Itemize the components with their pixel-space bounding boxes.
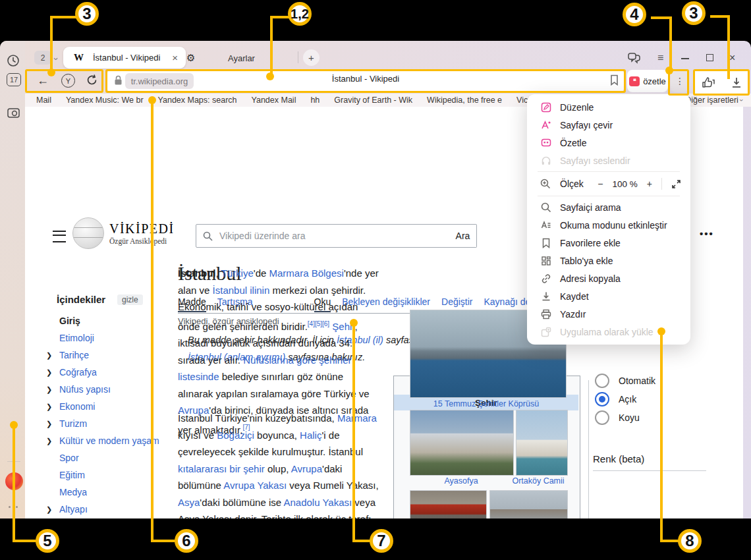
wiki-search-button[interactable]: Ara xyxy=(449,224,477,248)
callout-7: 7 xyxy=(370,529,393,553)
annotation-line xyxy=(660,540,679,542)
callout-6: 6 xyxy=(175,529,198,553)
menu-item-ozetle[interactable]: Özetle xyxy=(527,134,690,152)
toc-item[interactable]: ❯Turizm xyxy=(43,415,179,432)
bookmark-item[interactable]: Mail xyxy=(36,96,51,105)
radio-icon[interactable] xyxy=(595,374,609,388)
edit-icon xyxy=(540,101,551,113)
screenshot-icon[interactable] xyxy=(6,106,22,119)
radio-selected-icon[interactable] xyxy=(595,392,609,406)
search-placeholder: Vikipedi üzerinde ara xyxy=(219,231,306,241)
annotation-line xyxy=(270,16,289,18)
menu-item-sayfayi-seslendir: Sayfayı seslendir xyxy=(527,152,690,169)
toc-item[interactable]: Giriş xyxy=(43,312,179,329)
history-icon[interactable] xyxy=(7,54,20,67)
tab-group-counter[interactable]: 2 xyxy=(34,51,51,65)
toc-list: Giriş Etimoloji ❯Tarihçe ❯Coğrafya ❯Nüfu… xyxy=(43,312,179,518)
side-panel-dot xyxy=(16,506,18,508)
tab-close-icon[interactable]: × xyxy=(172,52,178,63)
callout-1-2: 1,2 xyxy=(288,2,312,26)
toc-item[interactable]: ❯Kültür ve modern yaşam xyxy=(43,432,179,449)
tab-degistir[interactable]: Değiştir xyxy=(441,296,472,311)
toc-item[interactable]: ❯Nüfus yapısı xyxy=(43,381,179,398)
bookmark-item[interactable]: Yandex Music: We br xyxy=(66,96,144,105)
wiki-logo-title: VİKİPEDİ xyxy=(109,221,175,237)
fullscreen-icon[interactable] xyxy=(671,179,681,189)
callout-3-top-left: 3 xyxy=(75,2,99,26)
ayasofya-photo[interactable] xyxy=(410,410,514,476)
settings-tab[interactable]: Ayarlar xyxy=(228,53,255,63)
toc-item[interactable]: ❯Ekonomi xyxy=(43,398,179,415)
bridge-caption[interactable]: 15 Temmuz Şehitler Köprüsü xyxy=(393,399,579,408)
bookmark-item[interactable]: Gravity of Earth - Wik xyxy=(334,96,412,105)
bookmark-item[interactable]: Yandex Mail xyxy=(252,96,296,105)
tram-photo[interactable] xyxy=(410,490,487,518)
ortakoy-photo[interactable] xyxy=(516,410,568,476)
menu-item-sayfayi-cevir[interactable]: Sayfayı çevir xyxy=(527,116,690,134)
tab-group-chevron-icon[interactable]: › xyxy=(55,53,57,65)
radio-acik[interactable]: Açık xyxy=(595,391,636,407)
menu-item-uygulama-olarak-yukle: Uygulama olarak yükle xyxy=(527,323,690,341)
toc-item[interactable]: Medya xyxy=(43,484,179,501)
galata-photo[interactable] xyxy=(489,490,568,518)
summarize-button[interactable]: ❝ özetle xyxy=(627,70,668,92)
annotation-line xyxy=(50,16,76,18)
browser-menu-icon[interactable]: ≡ xyxy=(657,52,663,64)
annotation-dot xyxy=(266,72,274,80)
active-tab[interactable]: W İstanbul - Vikipedi × xyxy=(63,47,186,69)
menu-item-tabloya-ekle[interactable]: Tablo'ya ekle xyxy=(527,252,690,269)
menu-item-duzenle[interactable]: Düzenle xyxy=(527,98,690,116)
annotation-dot xyxy=(10,421,18,429)
wiki-search-input[interactable]: Vikipedi üzerinde ara xyxy=(196,224,451,248)
toc-item[interactable]: ❯Altyapı xyxy=(43,501,179,518)
toc-hide-button[interactable]: gizle xyxy=(117,294,143,305)
menu-item-favorilere-ekle[interactable]: Favorilere ekle xyxy=(527,234,690,252)
callout-5: 5 xyxy=(36,529,59,553)
ortakoy-caption[interactable]: Ortaköy Camii xyxy=(497,476,579,486)
menu-item-olcek: Ölçek − 100 % + xyxy=(527,174,690,194)
wiki-hamburger-icon[interactable] xyxy=(53,231,66,242)
wikipedia-globe-logo[interactable] xyxy=(72,217,104,249)
zoom-out-button[interactable]: − xyxy=(598,179,603,189)
zoom-in-button[interactable]: + xyxy=(647,179,652,189)
bookmark-item[interactable]: Wikipedia, the free e xyxy=(427,96,502,105)
new-tab-button[interactable]: + xyxy=(303,49,320,66)
toc-item[interactable]: ❯Coğrafya xyxy=(43,364,179,381)
annotation-box-nav-buttons xyxy=(25,69,103,93)
annotation-box-side-tools xyxy=(693,69,750,96)
annotation-dot xyxy=(665,67,673,74)
radio-icon[interactable] xyxy=(595,410,609,425)
close-button[interactable]: × xyxy=(729,52,735,64)
toc-item[interactable]: ❯Tarihçe xyxy=(43,347,179,364)
callout-8: 8 xyxy=(678,529,702,553)
expand-chevron-icon: ❯ xyxy=(43,420,59,428)
expand-chevron-icon: ❯ xyxy=(43,368,59,377)
annotation-line xyxy=(13,540,37,542)
radio-koyu[interactable]: Koyu xyxy=(595,410,640,426)
menu-item-sayfaici-arama[interactable]: Sayfaiçi arama xyxy=(527,198,690,216)
expand-chevron-icon: ❯ xyxy=(43,385,59,394)
annotation-line xyxy=(13,425,15,542)
wiki-more-tools[interactable]: ••• xyxy=(700,228,714,239)
minimize-button[interactable] xyxy=(681,58,689,59)
expand-chevron-icon: ❯ xyxy=(43,403,59,411)
annotation-line xyxy=(352,323,355,542)
tabs-counter-badge[interactable]: 17 xyxy=(7,73,21,86)
find-in-page-icon xyxy=(540,202,551,213)
callout-4: 4 xyxy=(623,3,646,26)
bookmark-item[interactable]: hh xyxy=(310,96,320,105)
toc-item[interactable]: Etimoloji xyxy=(43,329,179,347)
settings-gear-icon[interactable]: ⚙ xyxy=(186,52,195,64)
toc-item[interactable]: Eğitim xyxy=(43,466,179,484)
bookmark-item[interactable]: Yandex Maps: search xyxy=(158,96,237,105)
toc-title: İçindekiler xyxy=(57,294,105,305)
maximize-button[interactable] xyxy=(706,54,713,61)
menu-item-okuma-modu[interactable]: Okuma modunu etkinleştir xyxy=(527,216,690,234)
radio-otomatik[interactable]: Otomatik xyxy=(595,373,655,389)
toc-item[interactable]: Spor xyxy=(43,449,179,466)
menu-item-adresi-kopyala[interactable]: Adresi kopyala xyxy=(527,269,690,287)
chat-bubbles-icon[interactable] xyxy=(627,52,641,65)
menu-item-kaydet[interactable]: Kaydet xyxy=(527,287,690,305)
toc-item[interactable]: Kardeş şehirler xyxy=(43,518,179,518)
menu-item-yazdir[interactable]: Yazdır xyxy=(527,305,690,323)
